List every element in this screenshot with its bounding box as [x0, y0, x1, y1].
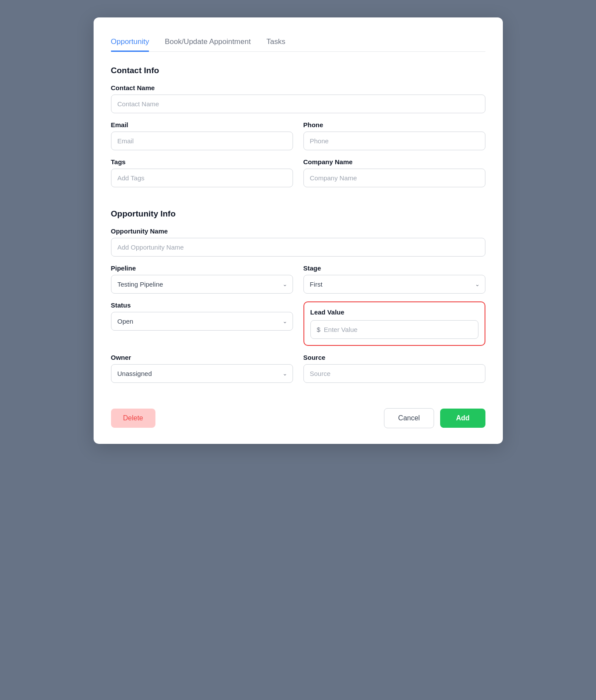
owner-select-wrapper: Unassigned ⌄: [111, 364, 293, 383]
modal-footer: Delete Cancel Add: [111, 408, 485, 428]
lead-value-input-wrapper: $: [310, 320, 478, 339]
tags-label: Tags: [111, 158, 293, 166]
pipeline-label: Pipeline: [111, 264, 293, 272]
stage-group: Stage First ⌄: [303, 264, 485, 294]
cancel-button[interactable]: Cancel: [384, 408, 434, 428]
stage-select[interactable]: First: [303, 275, 485, 294]
contact-info-section: Contact Info Contact Name Email Phone Ta…: [111, 66, 485, 195]
modal: Opportunity Book/Update Appointment Task…: [94, 17, 503, 444]
tags-company-row: Tags Company Name: [111, 158, 485, 195]
phone-label: Phone: [303, 121, 485, 129]
opportunity-name-input[interactable]: [111, 238, 485, 257]
status-label: Status: [111, 301, 293, 309]
contact-name-label: Contact Name: [111, 84, 485, 91]
lead-value-group: Lead Value $: [303, 301, 485, 346]
source-group: Source: [303, 354, 485, 383]
delete-button[interactable]: Delete: [111, 409, 155, 428]
status-select[interactable]: Open: [111, 312, 293, 331]
source-input[interactable]: [303, 364, 485, 383]
tab-bar: Opportunity Book/Update Appointment Task…: [111, 33, 485, 52]
tab-tasks[interactable]: Tasks: [266, 33, 285, 52]
tags-input[interactable]: [111, 169, 293, 187]
email-phone-row: Email Phone: [111, 121, 485, 158]
status-select-wrapper: Open ⌄: [111, 312, 293, 331]
email-label: Email: [111, 121, 293, 129]
footer-right: Cancel Add: [384, 408, 485, 428]
owner-label: Owner: [111, 354, 293, 361]
lead-value-input[interactable]: [324, 321, 472, 338]
pipeline-select[interactable]: Testing Pipeline: [111, 275, 293, 294]
tab-opportunity[interactable]: Opportunity: [111, 33, 149, 52]
opportunity-info-title: Opportunity Info: [111, 209, 485, 219]
contact-name-input[interactable]: [111, 95, 485, 113]
tab-book-update-appointment[interactable]: Book/Update Appointment: [165, 33, 251, 52]
opportunity-name-label: Opportunity Name: [111, 227, 485, 235]
pipeline-stage-row: Pipeline Testing Pipeline ⌄ Stage First: [111, 264, 485, 301]
status-group: Status Open ⌄: [111, 301, 293, 346]
status-leadvalue-row: Status Open ⌄ Lead Value $: [111, 301, 485, 354]
opportunity-info-section: Opportunity Info Opportunity Name Pipeli…: [111, 209, 485, 391]
modal-overlay: Opportunity Book/Update Appointment Task…: [0, 0, 596, 700]
source-label: Source: [303, 354, 485, 361]
pipeline-select-wrapper: Testing Pipeline ⌄: [111, 275, 293, 294]
opportunity-name-group: Opportunity Name: [111, 227, 485, 257]
tags-group: Tags: [111, 158, 293, 187]
contact-name-group: Contact Name: [111, 84, 485, 113]
phone-group: Phone: [303, 121, 485, 150]
stage-label: Stage: [303, 264, 485, 272]
owner-source-row: Owner Unassigned ⌄ Source: [111, 354, 485, 391]
phone-input[interactable]: [303, 132, 485, 150]
currency-symbol-icon: $: [317, 326, 320, 333]
lead-value-container: Lead Value $: [303, 301, 485, 346]
owner-select[interactable]: Unassigned: [111, 364, 293, 383]
stage-select-wrapper: First ⌄: [303, 275, 485, 294]
company-name-input[interactable]: [303, 169, 485, 187]
contact-info-title: Contact Info: [111, 66, 485, 75]
company-name-group: Company Name: [303, 158, 485, 187]
company-name-label: Company Name: [303, 158, 485, 166]
owner-group: Owner Unassigned ⌄: [111, 354, 293, 383]
email-input[interactable]: [111, 132, 293, 150]
email-group: Email: [111, 121, 293, 150]
add-button[interactable]: Add: [440, 409, 485, 428]
lead-value-label: Lead Value: [310, 308, 478, 316]
pipeline-group: Pipeline Testing Pipeline ⌄: [111, 264, 293, 294]
